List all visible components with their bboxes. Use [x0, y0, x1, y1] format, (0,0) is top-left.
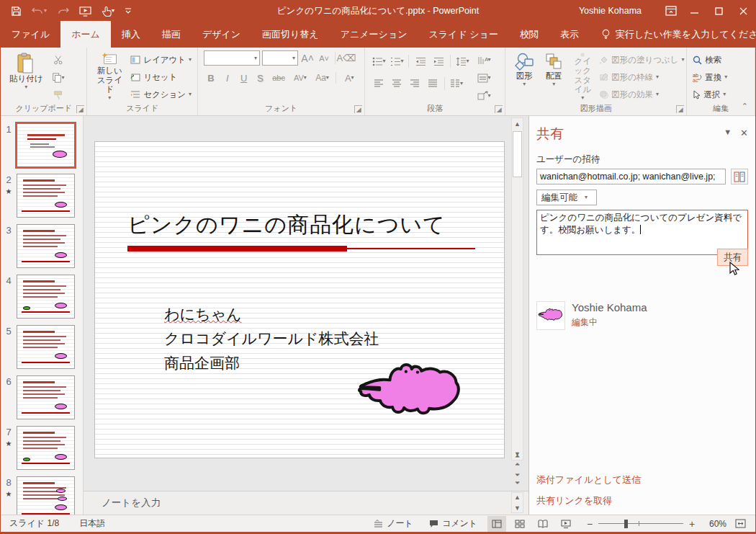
share-message-box[interactable]: ピンクのワニの商品化についてのプレゼン資料です。校閲お願いします。: [536, 210, 748, 255]
justify-icon[interactable]: [425, 76, 441, 92]
align-center-icon[interactable]: [389, 76, 405, 92]
get-sharing-link[interactable]: 共有リンクを取得: [536, 494, 641, 507]
scroll-up-icon[interactable]: ▲: [512, 118, 523, 130]
find-button[interactable]: 検索: [693, 53, 727, 67]
copy-icon[interactable]: ▾: [50, 71, 66, 86]
notes-placeholder[interactable]: ノートを入力: [102, 497, 161, 509]
zoom-out-icon[interactable]: −: [585, 518, 594, 530]
notes-scroll-up-icon[interactable]: ▲: [514, 494, 521, 501]
underline-button[interactable]: U: [237, 71, 251, 85]
undo-icon[interactable]: ▾: [32, 6, 47, 16]
character-spacing-button[interactable]: AV▾: [290, 71, 310, 85]
text-direction-icon[interactable]: A▾: [476, 53, 492, 68]
ribbon-display-options-icon[interactable]: [660, 1, 682, 21]
redo-icon[interactable]: [57, 6, 69, 16]
format-painter-icon[interactable]: [50, 88, 66, 103]
shape-effects-button[interactable]: 図形の効果▾: [599, 87, 684, 102]
bullets-icon[interactable]: ▾: [371, 53, 387, 69]
notes-scroll-down-icon[interactable]: ▼: [514, 504, 521, 512]
next-slide-icon[interactable]: ⏷⏷: [515, 471, 520, 487]
cut-icon[interactable]: [50, 53, 66, 68]
signed-in-user[interactable]: Yoshie Kohama: [579, 6, 642, 16]
drawing-dialog-launcher[interactable]: ◢: [676, 105, 684, 113]
zoom-slider-thumb[interactable]: [624, 520, 628, 528]
close-button[interactable]: [731, 1, 755, 21]
paragraph-dialog-launcher[interactable]: ◢: [495, 105, 503, 113]
slide-thumbnail-3[interactable]: 3: [1, 224, 83, 268]
reset-button[interactable]: リセット: [130, 70, 192, 84]
notes-bar[interactable]: ノートを入力 ▲ ▼: [84, 491, 528, 515]
tab-5[interactable]: 画面切り替え: [251, 21, 330, 48]
zoom-in-icon[interactable]: +: [688, 518, 696, 530]
tab-0[interactable]: ファイル: [1, 21, 60, 48]
send-as-attachment-link[interactable]: 添付ファイルとして送信: [536, 473, 641, 486]
numbering-icon[interactable]: ▾: [389, 53, 405, 69]
convert-smartart-icon[interactable]: ▾: [476, 88, 492, 103]
tab-4[interactable]: デザイン: [192, 21, 251, 48]
arrange-button[interactable]: 配置 ▾: [541, 50, 566, 103]
tab-3[interactable]: 描画: [151, 21, 192, 48]
slide-title-text[interactable]: ピンクのワニの商品化について: [127, 210, 446, 240]
comments-toggle[interactable]: コメント: [423, 517, 483, 530]
layout-button[interactable]: レイアウト▾: [130, 53, 192, 67]
slide-sorter-view-button[interactable]: [510, 516, 529, 532]
fit-to-window-icon[interactable]: [731, 516, 750, 532]
align-text-icon[interactable]: ▾: [476, 71, 492, 86]
slide-thumbnail-5[interactable]: 5: [1, 325, 83, 369]
slide-canvas[interactable]: ピンクのワニの商品化について わにちゃん クロコダイルワールド株式会社 商品企画…: [94, 141, 505, 458]
slide-scrollbar[interactable]: ▲ ▼: [511, 117, 523, 460]
decrease-indent-icon[interactable]: [413, 53, 428, 69]
tab-6[interactable]: アニメーション: [330, 21, 418, 48]
slide-thumbnail-8[interactable]: 8★: [1, 476, 83, 515]
maximize-button[interactable]: [706, 1, 731, 21]
new-slide-button[interactable]: 新しい スライド ▾: [93, 50, 126, 103]
shape-outline-button[interactable]: 図形の枠線▾: [599, 70, 684, 84]
pane-options-icon[interactable]: ▼: [724, 128, 732, 138]
decrease-font-icon[interactable]: A˅: [317, 51, 331, 66]
qat-customize-icon[interactable]: [125, 7, 132, 14]
tab-8[interactable]: 校閲: [509, 21, 549, 48]
font-size-combo[interactable]: ▾: [262, 50, 298, 66]
italic-button[interactable]: I: [220, 71, 235, 85]
slide-thumbnail-4[interactable]: 4: [1, 275, 83, 319]
previous-slide-icon[interactable]: ⏶⏶: [515, 453, 520, 468]
shapes-button[interactable]: 図形 ▾: [511, 50, 537, 103]
slide-thumbnail-1[interactable]: 1: [1, 123, 83, 167]
increase-font-icon[interactable]: A˄: [300, 51, 315, 66]
columns-icon[interactable]: ▾: [449, 76, 464, 92]
tab-7[interactable]: スライド ショー: [418, 21, 508, 48]
touch-mouse-mode-icon[interactable]: ▾: [102, 6, 114, 17]
clipboard-dialog-launcher[interactable]: ◢: [76, 105, 84, 113]
pane-close-icon[interactable]: ✕: [740, 128, 748, 138]
tab-1[interactable]: ホーム: [60, 21, 111, 48]
bold-button[interactable]: B: [204, 71, 218, 85]
invite-email-input[interactable]: [536, 169, 726, 184]
notes-toggle[interactable]: ノート: [368, 517, 419, 530]
clear-formatting-icon[interactable]: A⌫: [339, 51, 354, 66]
tab-9[interactable]: 表示: [549, 21, 590, 48]
replace-button[interactable]: abac 置換▾: [693, 70, 727, 84]
line-spacing-icon[interactable]: ▾: [454, 53, 470, 69]
language-indicator[interactable]: 日本語: [79, 517, 105, 530]
slide-counter[interactable]: スライド 1/8: [9, 517, 59, 530]
start-slideshow-icon[interactable]: [79, 6, 91, 17]
slide-thumbnail-2[interactable]: 2★: [1, 174, 83, 218]
slide-thumbnail-6[interactable]: 6: [1, 375, 83, 419]
paste-button[interactable]: 貼り付け ▾: [6, 50, 46, 103]
tab-2[interactable]: 挿入: [111, 21, 151, 48]
pink-crocodile-image[interactable]: [356, 362, 466, 427]
change-case-button[interactable]: Aa▾: [312, 71, 333, 85]
normal-view-button[interactable]: [487, 516, 506, 532]
slide-thumbnail-7[interactable]: 7★: [1, 426, 83, 470]
zoom-percentage[interactable]: 60%: [701, 519, 726, 529]
text-shadow-button[interactable]: S: [253, 71, 267, 85]
quick-styles-button[interactable]: クイック スタイル ▾: [570, 50, 595, 103]
font-color-button[interactable]: A▾: [340, 71, 359, 85]
increase-indent-icon[interactable]: [431, 53, 446, 69]
font-name-combo[interactable]: ▾: [204, 50, 260, 66]
scrollbar-thumb[interactable]: [513, 131, 522, 177]
select-button[interactable]: 選択▾: [693, 87, 727, 102]
collapse-ribbon-icon[interactable]: ⌃: [742, 102, 748, 111]
zoom-slider[interactable]: [598, 520, 683, 528]
strikethrough-button[interactable]: abc: [269, 71, 288, 85]
